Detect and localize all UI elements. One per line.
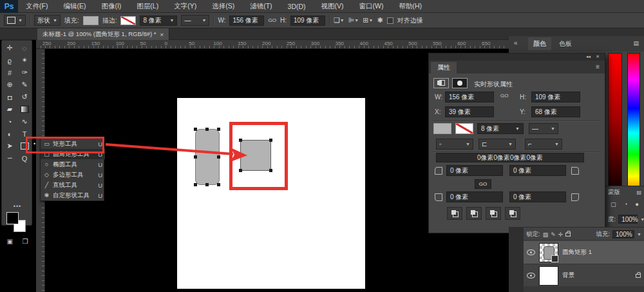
link-dimensions-icon[interactable]: GO: [500, 93, 508, 99]
panel-menu-icon[interactable]: ▤: [633, 40, 639, 46]
hue-spectrum-ramp[interactable]: [627, 53, 640, 199]
menu-help[interactable]: 帮助(H): [392, 2, 430, 11]
geometry-options-gear-icon[interactable]: ✱: [377, 16, 383, 24]
radius-top-right-field[interactable]: 0 像素: [509, 165, 566, 176]
flyout-item-polygon-tool[interactable]: ◇ 多边形工具U: [41, 170, 105, 180]
stroke-width-field[interactable]: 8 像素▼: [477, 123, 524, 134]
fill-swatch[interactable]: [433, 123, 451, 134]
shape-x-field[interactable]: 39 像素: [445, 106, 494, 117]
visibility-eye-icon[interactable]: [527, 249, 535, 255]
link-dimensions-icon[interactable]: GO: [268, 17, 276, 23]
eraser-tool[interactable]: ▰: [3, 103, 17, 115]
menu-image[interactable]: 图像(I): [93, 2, 129, 11]
vector-mask-icon[interactable]: ◔: [624, 200, 628, 208]
lock-all-icon[interactable]: [565, 233, 571, 237]
menu-layer[interactable]: 图层(L): [129, 2, 166, 11]
visibility-eye-icon[interactable]: [527, 273, 535, 278]
pixel-mask-icon[interactable]: ▢: [611, 200, 616, 208]
corner-radius-summary-field[interactable]: 0像素0像素0像素0像素: [436, 153, 584, 162]
panel-menu-icon[interactable]: ▤: [636, 190, 641, 195]
document-tab[interactable]: 未标题-1 @ 100% (圆角矩形 1, RGB/8#) * ×: [37, 28, 169, 40]
tool-preset-dropdown[interactable]: ▼: [4, 15, 26, 26]
path-alignment-icon[interactable]: ⊫▼: [348, 16, 359, 24]
stroke-swatch[interactable]: [120, 16, 136, 25]
shape-width-field[interactable]: 156 像素: [445, 92, 494, 102]
foreground-color-swatch[interactable]: [6, 212, 19, 224]
stroke-corners-select[interactable]: ⌐▼: [525, 139, 562, 150]
align-edges-checkbox[interactable]: [387, 17, 393, 24]
path-selection-tool[interactable]: ➤: [3, 140, 17, 152]
fill-opacity-field[interactable]: 100%: [612, 230, 634, 238]
dodge-tool[interactable]: ◐: [3, 128, 17, 140]
healing-brush-tool[interactable]: ⊕: [3, 79, 17, 91]
layer-row-rounded-rectangle[interactable]: 圆角矩形 1: [524, 241, 644, 264]
smudge-tool[interactable]: ∿: [17, 115, 32, 128]
shape-height-field[interactable]: 109 像素: [531, 92, 580, 102]
lock-position-icon[interactable]: ✛: [558, 231, 564, 238]
menu-filter[interactable]: 滤镜(T): [242, 2, 279, 11]
density-field[interactable]: 100%: [618, 215, 638, 224]
menu-3d[interactable]: 3D(D): [280, 3, 314, 10]
menu-select[interactable]: 选择(S): [204, 2, 242, 11]
stroke-caps-select[interactable]: ⊏▼: [478, 139, 516, 150]
brush-tool[interactable]: ✎: [17, 79, 32, 91]
radius-bottom-left-field[interactable]: 0 像素: [446, 191, 503, 202]
close-icon[interactable]: ×: [160, 31, 164, 38]
tab-swatches[interactable]: 色板: [554, 37, 577, 50]
anchor-point[interactable]: [194, 183, 197, 186]
fill-swatch[interactable]: [83, 16, 99, 25]
anchor-point[interactable]: [194, 128, 197, 131]
close-icon[interactable]: ✕: [596, 54, 600, 59]
layer-row-background[interactable]: 背景: [524, 264, 644, 287]
history-brush-tool[interactable]: ↺: [17, 91, 32, 103]
chevron-down-icon[interactable]: ▼: [640, 217, 644, 222]
menu-window[interactable]: 窗口(W): [352, 2, 392, 11]
gradient-tool[interactable]: [17, 103, 32, 115]
intersect-shapes-icon[interactable]: [486, 207, 501, 220]
shape-y-field[interactable]: 68 像素: [531, 106, 580, 117]
lasso-tool[interactable]: ϱ: [3, 54, 17, 66]
lock-transparency-icon[interactable]: ▨: [543, 231, 549, 238]
move-tool[interactable]: ✛: [3, 42, 17, 54]
collapse-dock-icon[interactable]: «: [514, 39, 518, 46]
link-radii-icon[interactable]: GO: [475, 179, 491, 189]
stroke-type-select[interactable]: —▼: [529, 123, 558, 134]
more-tools-button[interactable]: •••: [2, 203, 33, 209]
stroke-align-select[interactable]: ▫▼: [436, 139, 473, 150]
panel-menu-icon[interactable]: ≡: [596, 63, 600, 70]
magic-wand-tool[interactable]: ✶: [17, 54, 32, 66]
tool-mode-select[interactable]: 形状▼: [34, 15, 61, 26]
menu-edit[interactable]: 编辑(E): [55, 2, 93, 11]
tab-color[interactable]: 颜色: [528, 37, 551, 50]
width-field[interactable]: 156 像素: [229, 15, 264, 26]
stroke-width-field[interactable]: 8 像素▼: [140, 15, 177, 26]
screen-mode-icon[interactable]: ❐: [23, 238, 28, 245]
layer-name[interactable]: 背景: [562, 271, 574, 280]
anchor-point[interactable]: [217, 183, 220, 186]
exclude-shapes-icon[interactable]: [505, 207, 520, 220]
quick-mask-icon[interactable]: ▣: [6, 238, 12, 245]
crop-tool[interactable]: #: [3, 66, 17, 79]
layer-name[interactable]: 圆角矩形 1: [562, 248, 592, 257]
tab-properties[interactable]: 属性: [431, 62, 457, 73]
mask-options-icon[interactable]: ●: [635, 200, 639, 208]
radius-bottom-right-field[interactable]: 0 像素: [509, 191, 566, 202]
anchor-point[interactable]: [205, 128, 209, 131]
stroke-swatch[interactable]: [455, 123, 473, 134]
marquee-tool[interactable]: ◌: [17, 42, 32, 54]
flyout-item-custom-shape-tool[interactable]: ❃ 自定形状工具U: [41, 190, 105, 200]
blur-tool[interactable]: ◔: [3, 115, 17, 128]
anchor-point[interactable]: [217, 128, 220, 131]
flyout-item-line-tool[interactable]: ╱ 直线工具U: [41, 180, 105, 190]
eyedropper-tool[interactable]: ✑: [17, 66, 32, 79]
zoom-tool[interactable]: Q: [17, 152, 32, 164]
radius-top-left-field[interactable]: 0 像素: [446, 165, 503, 176]
path-arrangement-icon[interactable]: ⊞▼: [363, 16, 373, 24]
lock-image-icon[interactable]: ✎: [551, 231, 556, 238]
combine-shapes-icon[interactable]: [447, 207, 462, 220]
layer-thumbnail[interactable]: [539, 243, 558, 262]
menu-file[interactable]: 文件(F): [18, 2, 55, 11]
clone-stamp-tool[interactable]: ◘: [3, 91, 17, 103]
chevron-down-icon[interactable]: ▼: [637, 232, 641, 237]
hand-tool[interactable]: ∽: [3, 152, 17, 164]
